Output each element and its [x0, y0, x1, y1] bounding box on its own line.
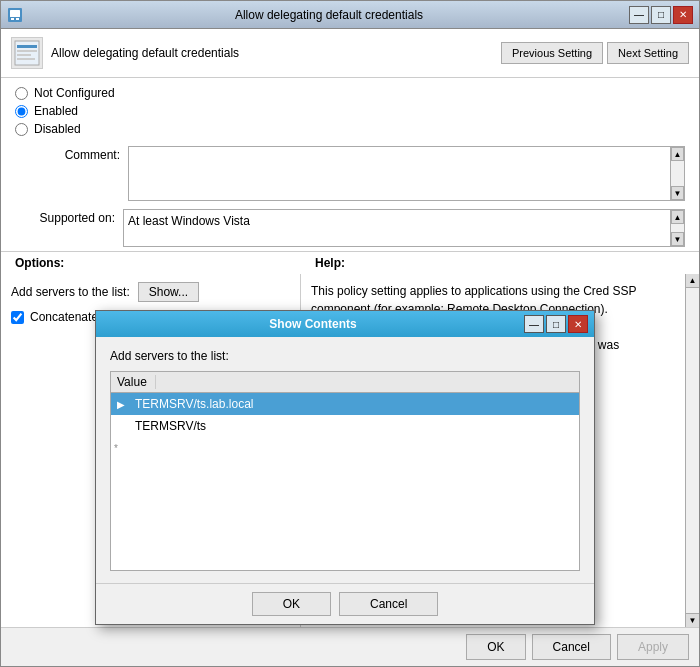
- modal-table-header: Value: [111, 372, 579, 393]
- row-value-1: TERMSRV/ts.lab.local: [131, 397, 579, 411]
- table-row-empty[interactable]: *: [111, 437, 579, 459]
- modal-maximize-button[interactable]: □: [546, 315, 566, 333]
- modal-title-bar: Show Contents — □ ✕: [96, 311, 594, 337]
- modal-minimize-button[interactable]: —: [524, 315, 544, 333]
- modal-footer: OK Cancel: [96, 583, 594, 624]
- table-row[interactable]: ▶ TERMSRV/ts.lab.local: [111, 393, 579, 415]
- modal-ok-button[interactable]: OK: [252, 592, 331, 616]
- modal-content: Add servers to the list: Value ▶ TERMSRV…: [96, 337, 594, 583]
- show-contents-modal: Show Contents — □ ✕ Add servers to the l…: [95, 310, 595, 625]
- row-value-2: TERMSRV/ts: [131, 419, 579, 433]
- row-arrow-1: ▶: [111, 399, 131, 410]
- modal-close-button[interactable]: ✕: [568, 315, 588, 333]
- modal-table: Value ▶ TERMSRV/ts.lab.local TERMSRV/ts …: [110, 371, 580, 571]
- row-num-empty: *: [111, 443, 121, 454]
- modal-overlay: Show Contents — □ ✕ Add servers to the l…: [0, 0, 700, 667]
- modal-cancel-button[interactable]: Cancel: [339, 592, 438, 616]
- modal-table-rows: ▶ TERMSRV/ts.lab.local TERMSRV/ts *: [111, 393, 579, 570]
- value-column-header: Value: [117, 375, 156, 389]
- modal-title-buttons: — □ ✕: [524, 315, 588, 333]
- modal-add-servers-label: Add servers to the list:: [110, 349, 580, 363]
- table-row[interactable]: TERMSRV/ts: [111, 415, 579, 437]
- modal-title: Show Contents: [102, 317, 524, 331]
